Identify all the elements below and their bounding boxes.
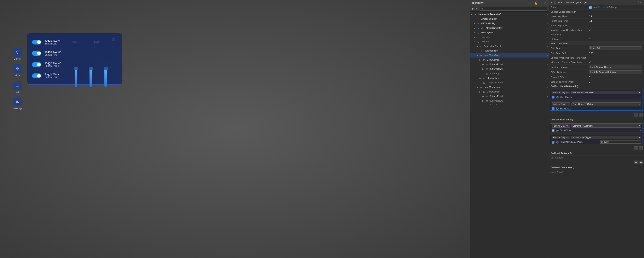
hierarchy-item-4[interactable]: ▶◻EventSystem❯ (470, 30, 549, 35)
remove-event-button-2[interactable]: − (639, 146, 643, 150)
hierarchy-item-label-13: ButtonRig (490, 72, 499, 75)
hand-menu-card: Toggle Switch Button One Toggle Switch B… (10, 33, 126, 85)
hierarchy-item-1[interactable]: ☀Directional Light (470, 16, 549, 21)
hierarchy-item-16[interactable]: ▶◈HandMenuLarge❯ (470, 85, 549, 89)
toggle-switch-3[interactable] (32, 62, 41, 67)
prop-rotation-behavior-dropdown[interactable]: Look At Main Camera ▼ (589, 65, 642, 69)
hierarchy-item-9[interactable]: ▶◈HandMenu2x4❯ (470, 53, 549, 58)
hierarchy-item-chevron-7: ❯ (546, 45, 548, 47)
hierarchy-add-button[interactable]: + (472, 7, 474, 10)
hierarchy-item-6[interactable]: ▶◻Content❯ (470, 39, 549, 44)
hierarchy-item-18[interactable]: ▶◻ButtonsRow1❯ (470, 94, 549, 99)
hierarchy-item-19[interactable]: ▶◻ButtonsRow2❯ (470, 99, 549, 103)
event-action-dropdown-2b[interactable]: Animator.SetTrigger ▼ (572, 136, 641, 139)
event-runtime-label-2a: Runtime Only (552, 125, 565, 127)
event-runtime-dropdown-2b[interactable]: Runtime Only ▼ (552, 136, 570, 139)
prop-forward-offset-label: Forward Offset (550, 76, 589, 78)
hierarchy-item-0[interactable]: ▶⊞HandMenuExamples*❯ (470, 12, 549, 16)
list-empty-1: List is Empty (549, 156, 644, 160)
event-obj-circle-2a[interactable]: ◎ (556, 129, 559, 132)
on-last-hand-lost-label: On Last Hand Lost () (550, 118, 573, 121)
hierarchy-item-7[interactable]: ▶◻DescriptionPanel❯ (470, 44, 549, 48)
on-hand-activate-header[interactable]: On Hand Activate () (549, 151, 644, 156)
event-obj-circle-2b[interactable]: ◎ (556, 141, 559, 143)
prop-rotation-behavior: Rotation Behavior Look At Main Camera ▼ (549, 65, 644, 70)
prop-safe-zone-dropdown[interactable]: Ulnar Side ▼ (589, 46, 642, 50)
event-runtime-dropdown-1b[interactable]: Runtime Only ▼ (552, 102, 570, 106)
hierarchy-item-15[interactable]: ◻ManipulationBar (470, 80, 549, 85)
hierarchy-item-12[interactable]: ▶◻ButtonsRow2❯ (470, 67, 549, 71)
event-runtime-dropdown-2a[interactable]: Runtime Only ▼ (552, 124, 570, 128)
event-action-dropdown-1b[interactable]: GameObject.SetActive ▼ (572, 102, 641, 106)
safe-zone-dropdown-arrow: ▼ (639, 47, 641, 49)
toggle-switch-4[interactable] (32, 73, 41, 78)
add-remove-row-1: + − (549, 112, 644, 117)
event-block-2b: Runtime Only ▼ Animator.SetTrigger ▼ ◈ ◎… (550, 135, 643, 144)
prop-update-linked-check: ✓ (589, 10, 591, 13)
add-event-button-2[interactable]: + (634, 146, 638, 150)
toggle-switch-2[interactable] (32, 51, 41, 56)
event-action-dropdown-1a[interactable]: GameObject.SetActive ▼ (572, 91, 641, 94)
component-header[interactable]: ▼ ✓ Hand Constraint (Palm Up) ? ⚙ (549, 0, 644, 5)
hierarchy-item-3[interactable]: ▶◈MRTKInputSimulator❯ (470, 26, 549, 30)
hierarchy-title: Hierarchy (472, 1, 484, 4)
prop-scale-lerp-value: 0 (589, 24, 642, 27)
hierarchy-item-label-7: DescriptionPanel (484, 45, 501, 47)
event-runtime-dropdown-1a[interactable]: Runtime Only ▼ (552, 91, 570, 94)
on-hand-deactivate-header[interactable]: On Hand Deactivate () (549, 165, 644, 170)
hierarchy-item-2[interactable]: ▶◈MRTK XR Rig❯ (470, 21, 549, 26)
list-empty-2: List is Empty (549, 170, 644, 174)
component-checkbox[interactable]: ✓ (554, 1, 556, 4)
event-action-arrow-1a: ▼ (638, 92, 640, 94)
prop-safe-zone-angle-value: 0 (589, 81, 642, 83)
hierarchy-item-20[interactable]: ◻ButtonRig (470, 103, 549, 105)
hierarchy-dropdown-arrow: ▼ (475, 7, 478, 10)
hierarchy-item-17[interactable]: ▶◻MenuContent❯ (470, 89, 549, 94)
sidebar-item-message[interactable]: ✉ Message (12, 97, 24, 110)
hierarchy-more-btn[interactable]: ⋮ (540, 1, 542, 4)
event-obj-circle-1a[interactable]: ◎ (556, 96, 559, 99)
hierarchy-item-label-8: HandMenu1x4 (484, 49, 498, 52)
remove-event-button-1[interactable]: − (639, 113, 643, 117)
toggle-label-1: Toggle Switch Button One (44, 39, 61, 45)
pole-1 (74, 68, 77, 87)
hierarchy-item-5[interactable]: ▶◻Controller❯ (470, 35, 549, 39)
event-action-dropdown-2a[interactable]: GameObject.SetActive ▼ (572, 124, 641, 128)
component-settings-icon[interactable]: ⚙ (640, 1, 642, 4)
event-obj-row-1b: ◈ ◎ ButtonClose (550, 107, 642, 111)
prop-maintain-scale-label: Maintain Scale On Initialization (550, 29, 589, 31)
prop-safe-zone-label: Safe Zone (550, 47, 589, 49)
event-obj-text-2b[interactable] (600, 140, 642, 143)
component-help-icon[interactable]: ? (637, 1, 639, 4)
prop-smoothing-check: ✓ (589, 33, 591, 36)
on-first-hand-detected-header[interactable]: On First Hand Detected () (549, 84, 644, 89)
add-remove-row-3: + − (549, 160, 644, 165)
event-block-1a: Runtime Only ▼ GameObject.SetActive ▼ ◈ … (550, 90, 643, 99)
remove-event-button-3[interactable]: − (639, 160, 643, 164)
prop-rotate-lerp-label: Rotate Lerp Time (550, 20, 589, 22)
hierarchy-item-label-11: ButtonsRow1 (490, 63, 503, 66)
prop-offset-behavior-dropdown[interactable]: Look At Camera Rotation ▼ (589, 70, 642, 74)
hierarchy-item-label-18: ButtonsRow1 (490, 95, 503, 98)
event-block-2a: Runtime Only ▼ GameObject.SetActive ▼ ◈ … (550, 123, 643, 132)
on-last-hand-lost-header[interactable]: On Last Hand Lost () (549, 117, 644, 122)
hierarchy-search[interactable] (479, 7, 547, 10)
add-event-button-1[interactable]: + (634, 113, 638, 117)
hierarchy-lock-btn[interactable]: 🔒 (534, 1, 538, 4)
hierarchy-item-10[interactable]: ▶◻MenuContent❯ (470, 58, 549, 62)
hierarchy-item-11[interactable]: ▶◻ButtonsRow1❯ (470, 62, 549, 67)
hierarchy-item-13[interactable]: ◻ButtonRig (470, 71, 549, 76)
hierarchy-item-chevron-2: ❯ (546, 22, 548, 25)
toggle-switch-1[interactable] (32, 40, 41, 44)
event-action-arrow-2b: ▼ (638, 136, 640, 139)
list-label: List (16, 91, 19, 93)
hierarchy-item-chevron-4: ❯ (546, 31, 548, 34)
hierarchy-item-14[interactable]: ▶◻UIBackplate❯ (470, 76, 549, 80)
viewport: Pitch Roll ✕ ⬡ Objects ✛ Move ☰ List ✉ M… (0, 0, 470, 258)
hierarchy-close-btn[interactable]: ✕ (544, 1, 546, 4)
hierarchy-item-8[interactable]: ▶◈HandMenu1x4❯ (470, 48, 549, 53)
hierarchy-item-chevron-12: ❯ (546, 68, 548, 70)
add-event-button-3[interactable]: + (634, 160, 638, 164)
event-obj-circle-1b[interactable]: ◎ (556, 107, 559, 110)
prop-maintain-scale: Maintain Scale On Initialization ✓ (549, 28, 644, 32)
